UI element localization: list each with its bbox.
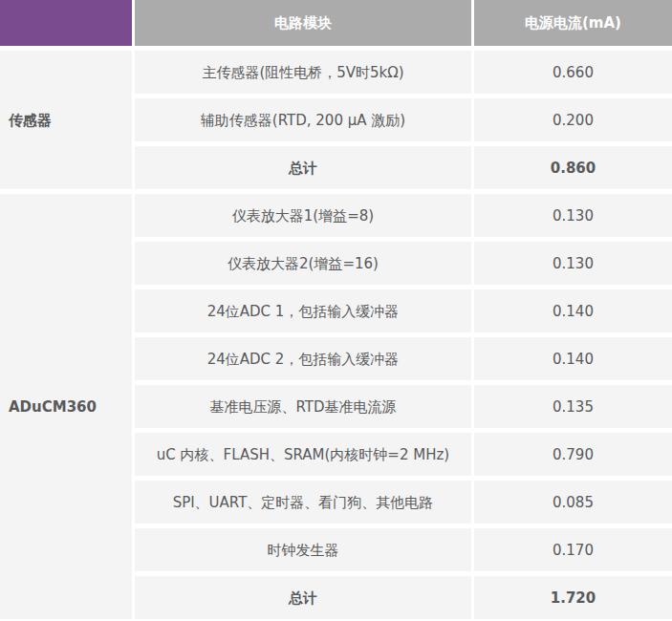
- cell-current-sensor-total: 0.860: [474, 146, 672, 189]
- cell-module-sensor-total: 总计: [135, 146, 471, 189]
- cell-module-inamp1: 仪表放大器1(增益=8): [135, 194, 471, 237]
- cell-module-adc2: 24位ADC 2，包括输入缓冲器: [135, 337, 471, 380]
- cell-current-clock-gen: 0.170: [474, 528, 672, 571]
- section-label-aducm360: ADuCM360: [0, 194, 132, 619]
- cell-module-main-sensor: 主传感器(阻性电桥，5V时5kΩ): [135, 51, 471, 94]
- cell-current-adc1: 0.140: [474, 289, 672, 332]
- header-circuit-module: 电路模块: [135, 0, 471, 46]
- cell-current-inamp2: 0.130: [474, 242, 672, 285]
- cell-module-aducm360-total: 总计: [135, 576, 471, 619]
- header-supply-current: 电源电流(mA): [474, 0, 672, 46]
- cell-current-peripherals: 0.085: [474, 481, 672, 524]
- cell-current-aux-sensor: 0.200: [474, 98, 672, 141]
- cell-current-inamp1: 0.130: [474, 194, 672, 237]
- cell-module-adc1: 24位ADC 1，包括输入缓冲器: [135, 289, 471, 332]
- power-consumption-table: 电路模块 电源电流(mA) 传感器 主传感器(阻性电桥，5V时5kΩ) 0.66…: [0, 0, 672, 621]
- cell-current-main-sensor: 0.660: [474, 51, 672, 94]
- cell-current-uc-core: 0.790: [474, 433, 672, 476]
- cell-module-aux-sensor: 辅助传感器(RTD, 200 μA 激励): [135, 98, 471, 141]
- cell-current-adc2: 0.140: [474, 337, 672, 380]
- header-corner-cell: [0, 0, 132, 46]
- cell-module-vref-iref: 基准电压源、RTD基准电流源: [135, 385, 471, 428]
- section-label-sensor: 传感器: [0, 51, 132, 189]
- cell-current-aducm360-total: 1.720: [474, 576, 672, 619]
- cell-module-peripherals: SPI、UART、定时器、看门狗、其他电路: [135, 481, 471, 524]
- cell-module-inamp2: 仪表放大器2(增益=16): [135, 242, 471, 285]
- cell-module-uc-core: uC 内核、FLASH、SRAM(内核时钟=2 MHz): [135, 433, 471, 476]
- cell-module-clock-gen: 时钟发生器: [135, 528, 471, 571]
- cell-current-vref-iref: 0.135: [474, 385, 672, 428]
